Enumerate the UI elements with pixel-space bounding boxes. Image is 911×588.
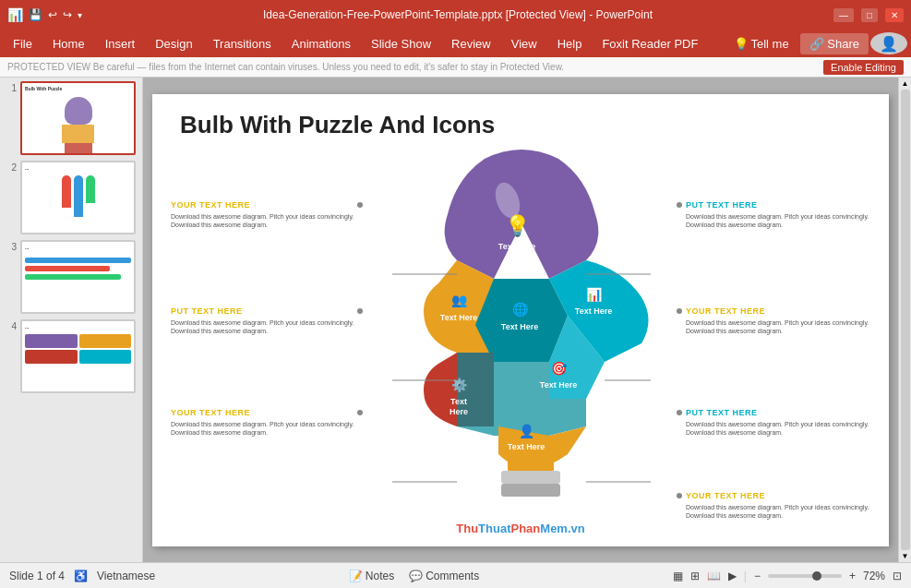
menu-insert[interactable]: Insert: [96, 33, 145, 54]
left-section-2: PUT TEXT HERE Download this awesome diag…: [171, 306, 355, 337]
menu-help[interactable]: Help: [548, 33, 592, 54]
minimize-btn[interactable]: —: [833, 8, 854, 22]
menu-transitions[interactable]: Transitions: [204, 33, 281, 54]
status-bar: Slide 1 of 4 ♿ Vietnamese 📝 Notes 💬 Comm…: [0, 562, 911, 588]
quick-redo[interactable]: ↪: [63, 8, 72, 21]
right-body-1: Download this awesome diagram. Pitch you…: [686, 212, 870, 231]
zoom-in-btn[interactable]: +: [849, 570, 856, 582]
left-section-3: YOUR TEXT HERE Download this awesome dia…: [171, 408, 355, 438]
svg-text:Text Here: Text Here: [540, 380, 577, 390]
menu-design[interactable]: Design: [146, 33, 201, 54]
left-body-3: Download this awesome diagram. Pitch you…: [171, 420, 355, 438]
svg-text:⚙️: ⚙️: [451, 378, 468, 393]
slide-main: Bulb With Puzzle And Icons YOUR TEXT HER…: [152, 94, 889, 546]
quick-save[interactable]: 💾: [29, 8, 42, 21]
slide-preview-1[interactable]: Bulb With Puzzle: [20, 81, 136, 155]
right-section-4: YOUR TEXT HERE Download this awesome dia…: [686, 491, 870, 522]
right-section-3: PUT TEXT HERE Download this awesome diag…: [686, 408, 870, 438]
slide-preview-4[interactable]: ...: [20, 319, 136, 393]
slide-panel: 1 Bulb With Puzzle 2 ...: [0, 78, 143, 562]
notes-icon: 📝: [349, 570, 363, 582]
quick-undo[interactable]: ↩: [48, 8, 57, 21]
watermark: ThuThuatPhanMem.vn: [456, 522, 584, 535]
view-slide-sorter-btn[interactable]: ⊞: [690, 570, 700, 582]
notes-label: Notes: [366, 570, 394, 582]
svg-text:Text Here: Text Here: [501, 322, 538, 331]
right-heading-2: YOUR TEXT HERE: [686, 306, 870, 316]
ribbon-info: PROTECTED VIEW Be careful — files from t…: [7, 62, 564, 72]
title-bar: 📊 💾 ↩ ↪ ▾ Idea-Generation-Free-PowerPoin…: [0, 0, 911, 30]
comments-icon: 💬: [409, 570, 423, 582]
status-center: 📝 Notes 💬 Comments: [349, 570, 479, 582]
slide-preview-2[interactable]: ...: [20, 161, 136, 234]
enable-editing-btn[interactable]: Enable Editing: [823, 60, 904, 75]
svg-text:👤: 👤: [519, 424, 535, 439]
svg-text:👥: 👥: [451, 293, 468, 308]
left-heading-2: PUT TEXT HERE: [171, 306, 355, 316]
svg-rect-3: [501, 484, 560, 497]
svg-text:💡: 💡: [505, 213, 531, 238]
scroll-down-btn[interactable]: ▼: [902, 552, 909, 560]
watermark-phan: Phan: [511, 522, 541, 535]
right-heading-3: PUT TEXT HERE: [686, 408, 870, 417]
left-body-1: Download this awesome diagram. Pitch you…: [171, 212, 355, 231]
watermark-thuat: Thuat: [478, 522, 510, 535]
zoom-out-btn[interactable]: −: [754, 570, 761, 582]
connector-dot-3: [357, 410, 363, 415]
svg-text:📊: 📊: [586, 287, 603, 303]
menu-review[interactable]: Review: [442, 33, 500, 54]
menu-foxit[interactable]: Foxit Reader PDF: [593, 33, 707, 54]
right-body-2: Download this awesome diagram. Pitch you…: [686, 318, 870, 337]
accessibility-icon[interactable]: ♿: [74, 570, 88, 582]
menu-home[interactable]: Home: [43, 33, 94, 54]
bulb-svg: 💡 Text Here Text Here 📊 Text Here 👥 Text…: [365, 150, 678, 537]
menu-file[interactable]: File: [4, 33, 42, 54]
menu-animations[interactable]: Animations: [282, 33, 360, 54]
ribbon: PROTECTED VIEW Be careful — files from t…: [0, 57, 911, 78]
view-slideshow-btn[interactable]: ▶: [728, 570, 737, 582]
svg-rect-2: [501, 471, 560, 484]
slide-thumb-3[interactable]: 3 ...: [4, 240, 138, 314]
right-body-4: Download this awesome diagram. Pitch you…: [686, 503, 870, 522]
zoom-slider-thumb[interactable]: [812, 571, 821, 581]
comments-btn[interactable]: 💬 Comments: [409, 570, 479, 582]
slide-num-2: 2: [4, 161, 17, 173]
menu-tellme[interactable]: 💡Tell me: [725, 33, 798, 54]
right-section-1: PUT TEXT HERE Download this awesome diag…: [686, 200, 870, 231]
maximize-btn[interactable]: □: [861, 8, 878, 22]
slide-thumb-1[interactable]: 1 Bulb With Puzzle: [4, 81, 138, 155]
svg-text:Text Here: Text Here: [498, 242, 535, 251]
right-section-2: YOUR TEXT HERE Download this awesome dia…: [686, 306, 870, 337]
close-btn[interactable]: ✕: [885, 8, 904, 22]
zoom-slider[interactable]: [768, 574, 842, 578]
left-heading-1: YOUR TEXT HERE: [171, 200, 355, 210]
svg-text:🎯: 🎯: [551, 361, 568, 377]
view-normal-btn[interactable]: ▦: [673, 570, 683, 582]
status-left: Slide 1 of 4 ♿ Vietnamese: [9, 570, 155, 582]
svg-text:Text Here: Text Here: [508, 442, 545, 451]
left-body-2: Download this awesome diagram. Pitch you…: [171, 318, 355, 337]
right-heading-4: YOUR TEXT HERE: [686, 491, 870, 500]
menu-share[interactable]: 🔗 Share: [800, 33, 869, 54]
menu-view[interactable]: View: [502, 33, 546, 54]
menu-bar: File Home Insert Design Transitions Anim…: [0, 30, 911, 57]
menu-slideshow[interactable]: Slide Show: [362, 33, 440, 54]
vertical-scrollbar[interactable]: ▲ ▼: [898, 78, 911, 562]
connector-dot-1: [357, 202, 363, 208]
view-reading-btn[interactable]: 📖: [707, 570, 721, 582]
slide-num-1: 1: [4, 81, 17, 93]
slide-num-4: 4: [4, 319, 17, 331]
window-title: Idea-Generation-Free-PowerPoint-Template…: [82, 8, 833, 21]
fit-window-btn[interactable]: ⊡: [893, 570, 902, 582]
notes-btn[interactable]: 📝 Notes: [349, 570, 394, 582]
slide-thumb-2[interactable]: 2 ...: [4, 161, 138, 234]
right-heading-1: PUT TEXT HERE: [686, 200, 870, 210]
slide-thumb-4[interactable]: 4 ...: [4, 319, 138, 393]
app-icon: 📊: [7, 7, 23, 22]
slide-info: Slide 1 of 4: [9, 570, 65, 582]
slide-preview-3[interactable]: ...: [20, 240, 136, 314]
right-body-3: Download this awesome diagram. Pitch you…: [686, 420, 870, 438]
scroll-thumb[interactable]: [901, 90, 910, 550]
comments-label: Comments: [426, 570, 479, 582]
scroll-up-btn[interactable]: ▲: [902, 79, 909, 88]
